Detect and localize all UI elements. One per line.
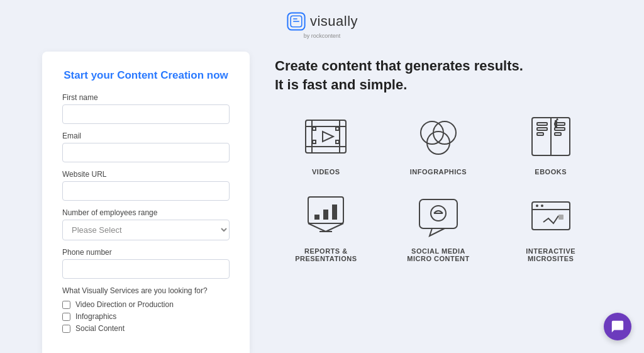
checkbox-video-label: Video Direction or Production [75,300,174,309]
email-label: Email [62,132,230,140]
services-label: What Visually Services are you looking f… [62,286,230,295]
website-group: Website URL [62,170,230,201]
svg-rect-11 [336,127,339,130]
social-label: SOCIAL MEDIA MICRO CONTENT [407,247,469,262]
interactive-icon [526,191,576,241]
right-title-line1: Create content that generates results. [275,58,523,74]
svg-rect-30 [314,215,319,220]
icon-item-reports: REPORTS & PRESENTATIONS [275,191,377,262]
checkbox-item-video: Video Direction or Production [62,300,230,309]
employees-label: Number of employees range [62,208,230,217]
svg-marker-13 [323,132,333,142]
icon-item-videos: VIDEOS [275,111,377,176]
website-label: Website URL [62,170,230,179]
svg-rect-22 [537,123,547,125]
svg-rect-10 [313,140,316,143]
chat-bubble[interactable] [604,313,631,340]
icon-item-interactive: INTERACTIVE MICROSITES [499,191,602,262]
reports-label: REPORTS & PRESENTATIONS [295,247,357,262]
employees-group: Number of employees range Please Select … [62,208,230,240]
videos-icon [301,111,351,162]
main-content: Start your Content Creation now First na… [0,45,644,353]
icon-item-ebooks: EBOOKS [499,111,602,176]
svg-rect-9 [313,127,316,130]
website-input[interactable] [62,181,230,201]
logo-icon [286,11,306,31]
svg-rect-40 [558,215,564,220]
checkbox-infographics-label: Infographics [75,312,116,321]
chat-icon [611,320,625,333]
svg-line-27 [308,223,326,232]
svg-rect-23 [537,128,547,130]
right-title: Create content that generates results. I… [275,57,602,94]
logo: visually [286,11,358,31]
ebooks-label: EBOOKS [535,168,567,176]
checkbox-item-infographics: Infographics [62,312,230,321]
email-input[interactable] [62,143,230,162]
right-title-line2: It is fast and simple. [275,77,407,92]
svg-line-28 [326,223,343,232]
right-panel: Create content that generates results. I… [275,52,602,353]
email-group: Email [62,132,230,162]
reports-icon [301,191,351,241]
services-group: What Visually Services are you looking f… [62,286,230,333]
employees-select[interactable]: Please Select 1-10 11-50 51-200 201-500 … [62,220,230,240]
logo-subtext: by rockcontent [304,33,341,39]
checkbox-social-label: Social Content [75,324,125,333]
ebooks-icon [526,111,576,162]
svg-rect-21 [555,133,561,135]
header: visually by rockcontent [0,0,644,45]
icon-item-social: SOCIAL MEDIA MICRO CONTENT [387,191,490,262]
form-panel: Start your Content Creation now First na… [42,52,250,353]
first-name-input[interactable] [62,104,230,124]
form-title: Start your Content Creation now [62,69,230,82]
phone-input[interactable] [62,259,230,279]
checkbox-social[interactable] [62,325,70,333]
checkbox-item-social: Social Content [62,324,230,333]
phone-label: Phone number [62,248,230,257]
svg-rect-25 [555,120,557,128]
videos-label: VIDEOS [312,168,340,176]
svg-rect-12 [336,140,339,143]
infographics-icon [413,111,464,162]
infographics-label: INFOGRAPHICS [410,168,467,176]
svg-point-38 [536,205,538,207]
first-name-label: First name [62,93,230,102]
svg-rect-20 [555,128,565,130]
first-name-group: First name [62,93,230,124]
interactive-label: INTERACTIVE MICROSITES [526,247,575,262]
icons-grid: VIDEOS INFOGRAPHICS [275,111,602,262]
icon-item-infographics: INFOGRAPHICS [387,111,490,176]
svg-rect-31 [323,210,328,220]
svg-rect-24 [537,133,543,135]
svg-rect-32 [332,205,337,220]
svg-point-39 [541,205,543,207]
checkbox-video[interactable] [62,301,70,309]
social-icon [413,191,464,241]
phone-group: Phone number [62,248,230,279]
checkbox-infographics[interactable] [62,313,70,321]
logo-text: visually [310,13,358,30]
